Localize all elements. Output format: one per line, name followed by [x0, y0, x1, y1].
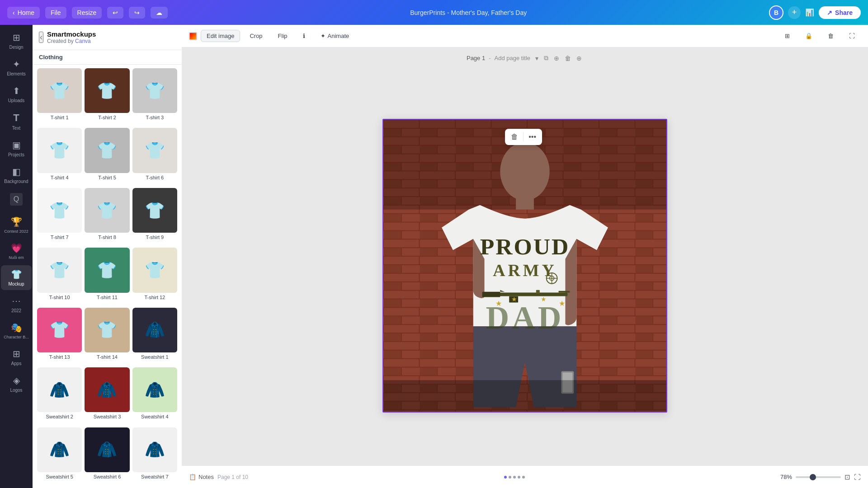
svg-rect-13: [516, 196, 534, 209]
mockup-icon: 👕: [11, 269, 22, 280]
topbar-right: B + 📊 ↗ Share: [769, 5, 861, 20]
panel-item[interactable]: 🧥Sweatshirt 2: [37, 367, 82, 424]
info-button[interactable]: ℹ: [297, 30, 311, 42]
page-dot-3[interactable]: [513, 476, 516, 479]
ctx-delete-button[interactable]: 🗑: [509, 131, 519, 142]
panel-item[interactable]: 🧥Sweatshirt 3: [85, 367, 129, 424]
grid-lines-button[interactable]: ⊞: [779, 30, 796, 42]
file-button[interactable]: File: [45, 7, 66, 19]
sidebar-item-text[interactable]: T Text: [1, 108, 32, 134]
color-swatch[interactable]: [189, 32, 197, 40]
edit-image-button[interactable]: Edit image: [201, 30, 240, 42]
lock-button[interactable]: 🔒: [799, 30, 818, 42]
panel-item[interactable]: 🧥Sweatshirt 6: [85, 427, 129, 484]
animate-button[interactable]: ✦ Animate: [315, 30, 355, 42]
zoom-fullscreen-button[interactable]: ⛶: [854, 473, 861, 481]
panel-item-label: T-shirt 9: [132, 235, 177, 242]
page-duplicate-button[interactable]: ⊕: [552, 53, 561, 63]
user-avatar[interactable]: B: [769, 5, 783, 20]
sidebar-item-design[interactable]: ⊞ Design: [1, 28, 32, 53]
panel-item[interactable]: 👕T-shirt 11: [85, 248, 129, 305]
add-button[interactable]: +: [788, 6, 801, 19]
sidebar-label-mockup: Mockup: [8, 282, 24, 286]
panel-item-label: T-shirt 12: [132, 295, 177, 302]
home-button[interactable]: ‹ Home: [7, 7, 40, 19]
sidebar-item-nuoi-em[interactable]: 💗 Nuôi em: [1, 239, 32, 263]
panel-item[interactable]: 👕T-shirt 14: [85, 308, 129, 365]
panel-item[interactable]: 👕T-shirt 13: [37, 308, 82, 365]
svg-text:ARMY: ARMY: [493, 260, 557, 279]
zoom-fit-button[interactable]: ⊡: [844, 473, 850, 481]
panel-item-label: T-shirt 6: [132, 175, 177, 182]
sidebar-label-background: Background: [4, 179, 28, 184]
contest-icon: 🏆: [11, 216, 22, 227]
flip-button[interactable]: Flip: [272, 30, 293, 42]
sidebar-item-projects[interactable]: ▣ Projects: [1, 136, 32, 161]
page-more-button[interactable]: ⊕: [575, 53, 583, 63]
sidebar-item-uploads[interactable]: ⬆ Uploads: [1, 82, 32, 107]
trash-button[interactable]: 🗑: [822, 30, 840, 42]
page-dot-1[interactable]: [504, 476, 507, 479]
panel-item[interactable]: 👕T-shirt 12: [132, 248, 177, 305]
panel-item[interactable]: 👕T-shirt 8: [85, 188, 129, 245]
share-button[interactable]: ↗ Share: [819, 6, 861, 19]
panel-item[interactable]: 👕T-shirt 4: [37, 128, 82, 185]
topbar-left: ‹ Home File Resize ↩ ↪ ☁: [7, 7, 168, 19]
zoom-slider[interactable]: [796, 476, 841, 478]
panel-item[interactable]: 👕T-shirt 6: [132, 128, 177, 185]
zoom-level: 78%: [780, 474, 792, 480]
panel-back-button[interactable]: ‹: [39, 32, 43, 43]
status-bar: 📋 Notes Page 1 of 10 78% ⊡ ⛶: [182, 465, 868, 488]
page-collapse-button[interactable]: ▾: [534, 53, 540, 63]
analytics-icon[interactable]: 📊: [805, 8, 814, 17]
page-dot-4[interactable]: [518, 476, 520, 479]
sidebar-label-text: Text: [12, 126, 20, 131]
sidebar-item-elements[interactable]: ✦ Elements: [1, 55, 32, 80]
crop-button[interactable]: Crop: [244, 30, 268, 42]
projects-icon: ▣: [12, 140, 21, 150]
page-dot-2[interactable]: [509, 476, 511, 479]
sidebar-item-mockup[interactable]: 👕 Mockup: [1, 265, 32, 290]
panel-item[interactable]: 🧥Sweatshirt 4: [132, 367, 177, 424]
status-bar-right: 78% ⊡ ⛶: [780, 473, 861, 481]
background-icon: ◧: [12, 166, 21, 177]
sidebar-label-contest: Contest 2022: [4, 229, 28, 234]
resize-button[interactable]: Resize: [72, 7, 102, 19]
sidebar-item-background[interactable]: ◧ Background: [1, 163, 32, 188]
expand-button[interactable]: ⛶: [843, 30, 861, 42]
panel-item[interactable]: 👕T-shirt 1: [37, 68, 82, 125]
panel-item[interactable]: 👕T-shirt 7: [37, 188, 82, 245]
add-page-title[interactable]: Add page title: [495, 55, 531, 61]
panel-item[interactable]: 👕T-shirt 3: [132, 68, 177, 125]
panel-item[interactable]: 🧥Sweatshirt 1: [132, 308, 177, 365]
toolbar-right-icons: ⊞ 🔒 🗑 ⛶: [779, 30, 861, 42]
panel-item[interactable]: 👕T-shirt 9: [132, 188, 177, 245]
sidebar-item-apps[interactable]: ⊞ Apps: [1, 345, 32, 370]
save-cloud-button[interactable]: ☁: [151, 7, 168, 19]
panel-item[interactable]: 👕T-shirt 5: [85, 128, 129, 185]
sidebar-item-character[interactable]: 🎭 Character B...: [1, 319, 32, 343]
panel-item[interactable]: 🧥Sweatshirt 7: [132, 427, 177, 484]
page-delete-button[interactable]: 🗑: [563, 53, 572, 63]
sidebar-item-logos[interactable]: ◈ Logos: [1, 371, 32, 396]
redo-button[interactable]: ↪: [129, 7, 145, 19]
status-bar-center: [254, 476, 775, 479]
canvas-frame[interactable]: 🗑 •••: [382, 119, 667, 413]
sidebar-label-elements: Elements: [7, 71, 26, 76]
page-copy-button[interactable]: ⧉: [542, 53, 550, 63]
panel-item[interactable]: 👕T-shirt 10: [37, 248, 82, 305]
undo-button[interactable]: ↩: [107, 7, 123, 19]
panel-item[interactable]: 🧥Sweatshirt 5: [37, 427, 82, 484]
panel-item-label: T-shirt 4: [37, 175, 82, 182]
sidebar-item-q[interactable]: Q: [1, 189, 32, 211]
page-number: Page 1: [467, 55, 485, 61]
ctx-more-button[interactable]: •••: [527, 131, 538, 142]
panel-canva-link[interactable]: Canva: [75, 38, 91, 44]
panel-grid: 👕T-shirt 1👕T-shirt 2👕T-shirt 3👕T-shirt 4…: [33, 65, 182, 488]
sidebar-item-year[interactable]: ⋯ 2022: [1, 292, 32, 317]
elements-icon: ✦: [13, 59, 20, 70]
notes-button[interactable]: 📋 Notes: [189, 474, 214, 480]
sidebar-item-contest[interactable]: 🏆 Contest 2022: [1, 213, 32, 237]
page-dot-5[interactable]: [522, 476, 525, 479]
panel-item[interactable]: 👕T-shirt 2: [85, 68, 129, 125]
